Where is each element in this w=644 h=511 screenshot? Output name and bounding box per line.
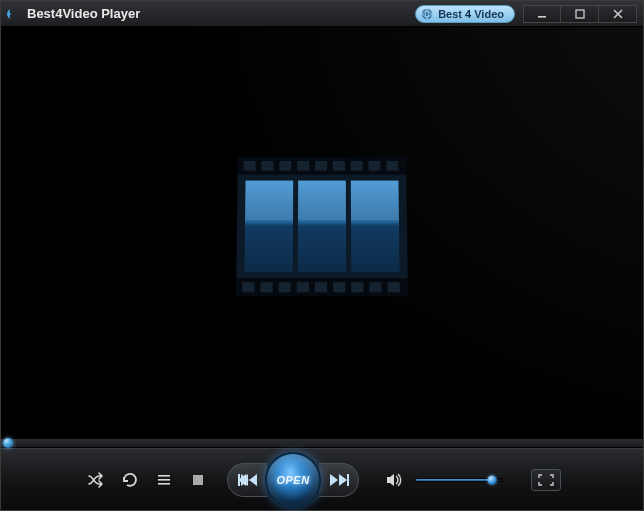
svg-rect-33 [193,475,203,485]
svg-rect-15 [242,282,254,292]
shuffle-icon [87,471,105,489]
app-title: Best4Video Player [27,6,140,21]
player-window: Best4Video Player Best 4 Video [0,0,644,511]
svg-rect-12 [351,161,363,171]
fullscreen-icon [538,474,554,486]
fullscreen-button[interactable] [531,469,561,491]
svg-rect-13 [369,161,381,171]
filmstrip-placeholder [236,157,408,296]
svg-point-0 [422,8,433,19]
svg-rect-27 [245,180,293,219]
open-button[interactable]: OPEN [265,452,321,508]
svg-rect-17 [279,282,291,292]
volume-slider[interactable] [415,478,503,482]
svg-rect-20 [333,282,345,292]
volume-fill [416,479,492,481]
svg-rect-30 [158,475,170,477]
svg-rect-28 [298,180,346,219]
badge-text: Best 4 Video [438,8,504,20]
svg-rect-2 [576,10,584,18]
seek-bar[interactable] [1,438,643,448]
svg-rect-18 [297,282,309,292]
window-buttons [523,5,637,23]
titlebar[interactable]: Best4Video Player Best 4 Video [1,1,643,27]
volume-icon [385,471,403,489]
right-controls [381,467,503,493]
brand-badge[interactable]: Best 4 Video [415,5,515,23]
svg-rect-31 [158,479,170,481]
next-icon [328,472,350,488]
repeat-button[interactable] [117,467,143,493]
video-area[interactable] [1,27,643,438]
minimize-icon [537,9,547,19]
controls-bar: OPEN [1,448,643,510]
svg-rect-29 [351,180,399,219]
prev-button[interactable] [227,463,267,497]
playlist-icon [155,471,173,489]
svg-rect-23 [388,282,400,292]
svg-rect-22 [369,282,381,292]
prev-icon [237,472,259,488]
badge-prefix: Best [438,8,462,20]
close-button[interactable] [599,5,637,23]
svg-rect-16 [260,282,272,292]
left-controls [83,467,211,493]
shuffle-button[interactable] [83,467,109,493]
close-icon [613,9,623,19]
playlist-button[interactable] [151,467,177,493]
svg-rect-32 [158,483,170,485]
transport-cluster: OPEN [227,452,359,508]
globe-icon [420,7,434,21]
volume-thumb[interactable] [487,475,496,484]
svg-rect-1 [538,16,546,18]
repeat-icon [121,471,139,489]
svg-rect-14 [386,161,398,171]
svg-rect-6 [244,161,256,171]
badge-accent: 4 [465,8,471,20]
svg-rect-8 [279,161,291,171]
seek-thumb[interactable] [3,438,13,448]
logo-icon [7,7,21,21]
svg-rect-21 [351,282,363,292]
svg-rect-19 [315,282,327,292]
stop-icon [189,471,207,489]
next-button[interactable] [319,463,359,497]
maximize-button[interactable] [561,5,599,23]
svg-rect-11 [333,161,345,171]
volume-button[interactable] [381,467,407,493]
svg-rect-10 [315,161,327,171]
badge-suffix: Video [474,8,504,20]
svg-rect-9 [297,161,309,171]
minimize-button[interactable] [523,5,561,23]
svg-rect-35 [347,474,349,486]
stop-button[interactable] [185,467,211,493]
svg-rect-7 [262,161,274,171]
open-label: OPEN [276,474,309,486]
maximize-icon [575,9,585,19]
